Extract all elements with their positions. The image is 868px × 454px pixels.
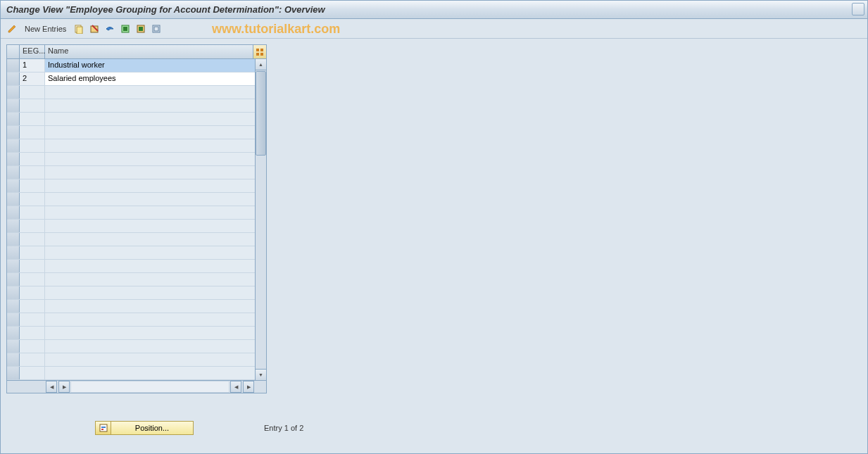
cell-eeg-empty[interactable] xyxy=(20,166,45,179)
row-selector[interactable] xyxy=(7,206,20,219)
cell-name-empty[interactable] xyxy=(45,86,255,99)
undo-icon[interactable] xyxy=(104,23,115,34)
cell-name[interactable]: Industrial worker xyxy=(45,59,255,72)
cell-eeg-empty[interactable] xyxy=(20,353,45,366)
copy-icon[interactable] xyxy=(73,23,84,34)
row-selector[interactable] xyxy=(7,193,20,206)
column-header-eeg[interactable]: EEG... xyxy=(20,45,45,58)
position-button[interactable]: Position... xyxy=(95,421,194,435)
row-selector[interactable] xyxy=(7,233,20,246)
row-selector[interactable] xyxy=(7,139,20,152)
scroll-left-step-button[interactable] xyxy=(58,381,70,393)
table-row-empty[interactable] xyxy=(7,286,255,300)
table-row-empty[interactable] xyxy=(7,220,255,233)
hscroll-track[interactable] xyxy=(70,381,229,393)
cell-eeg[interactable]: 1 xyxy=(20,59,45,72)
row-selector[interactable] xyxy=(7,273,20,286)
row-selector[interactable] xyxy=(7,126,20,139)
table-row-empty[interactable] xyxy=(7,206,255,220)
cell-eeg-empty[interactable] xyxy=(20,300,45,313)
row-selector[interactable] xyxy=(7,327,20,339)
row-selector[interactable] xyxy=(7,367,20,379)
row-selector[interactable] xyxy=(7,179,20,192)
cell-name-empty[interactable] xyxy=(45,340,255,353)
vertical-scrollbar[interactable] xyxy=(255,59,266,380)
cell-eeg-empty[interactable] xyxy=(20,126,45,139)
scroll-right-step-button[interactable] xyxy=(230,381,241,393)
row-selector[interactable] xyxy=(7,153,20,165)
cell-name-empty[interactable] xyxy=(45,126,255,139)
scroll-left-button[interactable] xyxy=(46,381,57,393)
row-selector[interactable] xyxy=(7,86,20,99)
scroll-right-button[interactable] xyxy=(243,381,254,393)
cell-name-empty[interactable] xyxy=(45,113,255,125)
cell-name-empty[interactable] xyxy=(45,99,255,112)
cell-name-empty[interactable] xyxy=(45,313,255,326)
table-row-empty[interactable] xyxy=(7,353,255,367)
row-selector[interactable] xyxy=(7,260,20,272)
table-row-empty[interactable] xyxy=(7,340,255,353)
table-row-empty[interactable] xyxy=(7,300,255,313)
table-row-empty[interactable] xyxy=(7,273,255,286)
row-selector[interactable] xyxy=(7,220,20,232)
table-row-empty[interactable] xyxy=(7,113,255,126)
cell-eeg-empty[interactable] xyxy=(20,286,45,299)
cell-name-empty[interactable] xyxy=(45,233,255,246)
cell-name-empty[interactable] xyxy=(45,220,255,232)
cell-name-empty[interactable] xyxy=(45,179,255,192)
table-row-empty[interactable] xyxy=(7,367,255,380)
table-row-empty[interactable] xyxy=(7,166,255,179)
table-row-empty[interactable] xyxy=(7,246,255,260)
cell-eeg-empty[interactable] xyxy=(20,220,45,232)
cell-eeg-empty[interactable] xyxy=(20,99,45,112)
cell-eeg-empty[interactable] xyxy=(20,313,45,326)
select-block-icon[interactable] xyxy=(135,23,146,34)
table-row-empty[interactable] xyxy=(7,153,255,166)
cell-name-empty[interactable] xyxy=(45,286,255,299)
table-row[interactable]: 1Industrial worker xyxy=(7,59,255,72)
row-selector[interactable] xyxy=(7,353,20,366)
cell-eeg-empty[interactable] xyxy=(20,86,45,99)
table-row[interactable]: 2Salaried employees xyxy=(7,72,255,86)
table-row-empty[interactable] xyxy=(7,139,255,153)
table-row-empty[interactable] xyxy=(7,179,255,193)
header-selector[interactable] xyxy=(7,45,20,58)
cell-eeg-empty[interactable] xyxy=(20,367,45,379)
cell-eeg-empty[interactable] xyxy=(20,179,45,192)
cell-name-empty[interactable] xyxy=(45,327,255,339)
cell-name-empty[interactable] xyxy=(45,193,255,206)
table-row-empty[interactable] xyxy=(7,313,255,327)
cell-eeg-empty[interactable] xyxy=(20,193,45,206)
row-selector[interactable] xyxy=(7,166,20,179)
row-selector[interactable] xyxy=(7,286,20,299)
column-header-name[interactable]: Name xyxy=(45,45,253,58)
table-settings-icon[interactable] xyxy=(253,45,266,58)
table-row-empty[interactable] xyxy=(7,260,255,273)
row-selector[interactable] xyxy=(7,340,20,353)
title-corner-button[interactable] xyxy=(852,3,864,15)
cell-name-empty[interactable] xyxy=(45,166,255,179)
cell-name-empty[interactable] xyxy=(45,153,255,165)
table-row-empty[interactable] xyxy=(7,327,255,340)
new-entries-button[interactable]: New Entries xyxy=(22,25,69,33)
cell-name-empty[interactable] xyxy=(45,206,255,219)
row-selector[interactable] xyxy=(7,313,20,326)
edit-icon[interactable] xyxy=(6,23,18,34)
cell-eeg-empty[interactable] xyxy=(20,206,45,219)
table-row-empty[interactable] xyxy=(7,99,255,113)
cell-eeg-empty[interactable] xyxy=(20,153,45,165)
cell-eeg-empty[interactable] xyxy=(20,233,45,246)
select-all-icon[interactable] xyxy=(120,23,131,34)
cell-eeg-empty[interactable] xyxy=(20,139,45,152)
table-row-empty[interactable] xyxy=(7,126,255,139)
scroll-down-button[interactable] xyxy=(256,369,266,380)
cell-name-empty[interactable] xyxy=(45,260,255,272)
row-selector[interactable] xyxy=(7,72,20,85)
cell-name-empty[interactable] xyxy=(45,367,255,379)
cell-eeg[interactable]: 2 xyxy=(20,72,45,85)
cell-eeg-empty[interactable] xyxy=(20,113,45,125)
table-row-empty[interactable] xyxy=(7,193,255,206)
row-selector[interactable] xyxy=(7,59,20,72)
cell-name-empty[interactable] xyxy=(45,246,255,259)
cell-name-empty[interactable] xyxy=(45,300,255,313)
